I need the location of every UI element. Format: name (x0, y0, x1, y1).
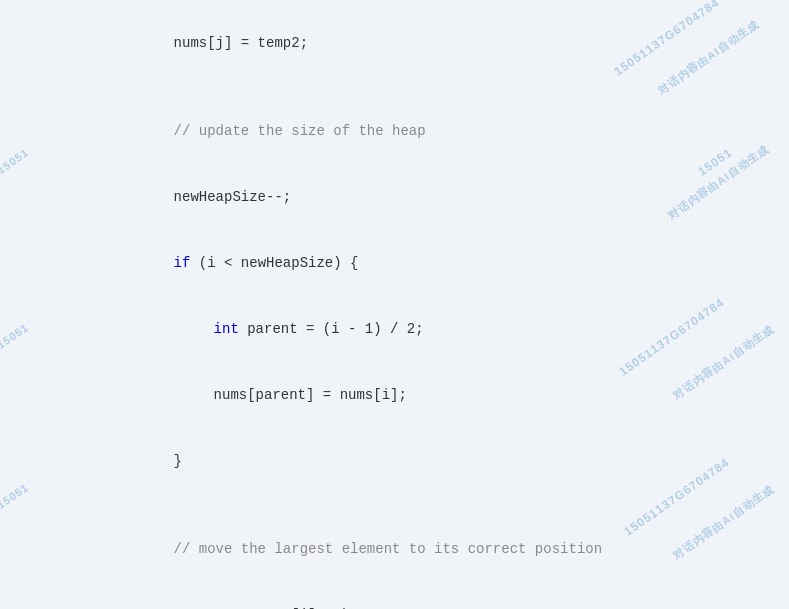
code-text: nums[parent] = nums[i]; (214, 387, 407, 403)
code-line: } (20, 428, 789, 494)
code-line (20, 494, 789, 516)
keyword: if (174, 255, 199, 271)
code-line: if (i < newHeapSize) { (20, 230, 789, 296)
code-text: (i < newHeapSize) { (199, 255, 359, 271)
code-line: // update the size of the heap (20, 98, 789, 164)
comment: // move the largest element to its corre… (174, 541, 602, 557)
code-line: int parent = (i - 1) / 2; (20, 296, 789, 362)
code-text: parent = (i - 1) / 2; (247, 321, 423, 337)
code-text: nums[j] = temp2; (174, 35, 308, 51)
code-line: // move the largest element to its corre… (20, 516, 789, 582)
comment: // update the size of the heap (174, 123, 426, 139)
keyword: int (214, 321, 248, 337)
code-text: newHeapSize--; (174, 189, 292, 205)
code-line: nums[j] = temp2; (20, 10, 789, 76)
code-line: compare = nums[i] - key; (20, 582, 789, 609)
code-line: nums[parent] = nums[i]; (20, 362, 789, 428)
code-container: nums[j] = temp2; // update the size of t… (0, 0, 789, 609)
code-line: newHeapSize--; (20, 164, 789, 230)
code-line (20, 76, 789, 98)
code-text: } (174, 453, 182, 469)
